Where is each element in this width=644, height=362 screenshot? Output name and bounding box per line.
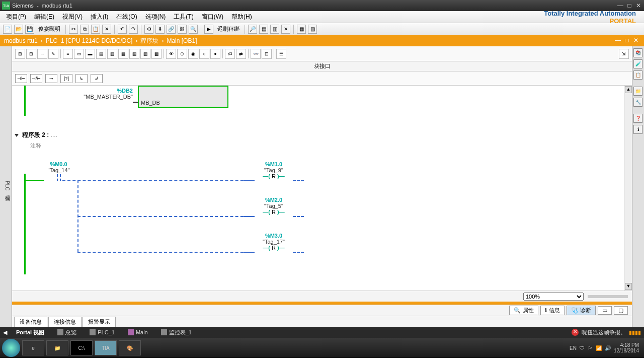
rail-tools-icon[interactable]: 🔧: [633, 98, 642, 107]
menu-tools[interactable]: 工具(T): [171, 12, 196, 22]
taskbar-cmd-icon[interactable]: C:\: [70, 340, 93, 355]
network-collapse-icon[interactable]: [15, 134, 19, 137]
error-icon[interactable]: ✕: [572, 329, 579, 336]
tray-network-icon[interactable]: 📶: [596, 345, 602, 351]
undo-icon[interactable]: ↶: [118, 25, 127, 34]
tab-device-info[interactable]: 设备信息: [14, 317, 47, 327]
coil-tag5[interactable]: %M2.0 "Tag_5" —( R )—: [254, 197, 294, 215]
format4-icon[interactable]: ▥: [107, 49, 117, 59]
branch-close-icon[interactable]: ↲: [91, 74, 103, 83]
block-interface-header[interactable]: 块接口: [12, 61, 632, 71]
scroll-up-icon[interactable]: ▲: [625, 86, 632, 93]
glasses-icon[interactable]: 👓: [251, 49, 261, 59]
goto-icon[interactable]: →: [37, 49, 47, 59]
no-contact-icon[interactable]: ⊣⊢: [15, 74, 27, 83]
taskbar-tia-icon[interactable]: TIA: [95, 340, 117, 355]
box-icon[interactable]: [?]: [60, 74, 72, 83]
taskbar-explorer-icon[interactable]: 📁: [46, 340, 68, 355]
breadcrumb-2[interactable]: PLC_1 [CPU 1214C DC/DC/DC]: [46, 37, 133, 44]
go-offline-icon[interactable]: ⛓: [178, 25, 187, 34]
menu-insert[interactable]: 插入(I): [88, 12, 111, 22]
split-h-icon[interactable]: ▤: [259, 25, 268, 34]
info-button[interactable]: ℹ信息: [540, 306, 565, 315]
menu-help[interactable]: 帮助(H): [228, 12, 255, 22]
extra-icon[interactable]: ☰: [276, 49, 286, 59]
scroll-down-icon[interactable]: ▼: [625, 283, 632, 290]
close-button[interactable]: ✕: [635, 2, 642, 9]
network-comment[interactable]: 注释: [30, 142, 41, 150]
toolbar-text-2[interactable]: 迟剧秤绑: [215, 25, 242, 33]
cross-ref-icon[interactable]: 🔎: [248, 25, 257, 34]
rail-info-icon[interactable]: ℹ: [633, 125, 642, 134]
maximize-button[interactable]: □: [626, 2, 633, 9]
view2-icon[interactable]: ▧: [308, 25, 317, 34]
breadcrumb-4[interactable]: Main [OB1]: [167, 37, 197, 44]
toolbar-text-1[interactable]: 俊宴颐明: [36, 25, 62, 33]
breadcrumb-1[interactable]: modbus rtu1: [4, 37, 38, 44]
split-v-icon[interactable]: ▥: [270, 25, 279, 34]
format1-icon[interactable]: ▭: [74, 49, 84, 59]
download-icon[interactable]: ⬇: [155, 25, 165, 34]
monitor5-icon[interactable]: ●: [210, 49, 220, 59]
delete-icon[interactable]: ✕: [102, 25, 111, 34]
format5-icon[interactable]: ▦: [118, 49, 128, 59]
properties-button[interactable]: 🔍属性: [509, 306, 538, 315]
copy-icon[interactable]: ⧉: [80, 25, 89, 34]
open-icon[interactable]: 📂: [14, 25, 23, 34]
rail-test-icon[interactable]: 🧪: [633, 59, 642, 68]
format3-icon[interactable]: ▤: [96, 49, 106, 59]
ref-icon[interactable]: ⇄: [236, 49, 246, 59]
insert-network-icon[interactable]: ⊞: [15, 49, 25, 59]
new-project-icon[interactable]: 📄: [3, 25, 12, 34]
rail-instructions-icon[interactable]: 📚: [633, 48, 642, 57]
editor-close-icon[interactable]: ✕: [632, 37, 640, 45]
coil-icon[interactable]: ⊸: [45, 74, 57, 83]
compile-icon[interactable]: ⚙: [144, 25, 153, 34]
ladder-canvas[interactable]: %DB2 "MB_MASTER_DB" MB_DB 程序段 2 : .... 注…: [12, 86, 632, 291]
search-icon[interactable]: 🔍: [189, 25, 198, 34]
panel-max-icon[interactable]: ▢: [614, 306, 628, 315]
tray-shield-icon[interactable]: 🛡: [580, 345, 585, 351]
branch-open-icon[interactable]: ↳: [75, 74, 88, 83]
menu-window[interactable]: 窗口(W): [199, 12, 226, 22]
contact-tag14[interactable]: %M0.0 "Tag_14": [42, 161, 75, 181]
menu-options[interactable]: 选项(N): [142, 12, 169, 22]
cut-icon[interactable]: ✂: [69, 25, 78, 34]
monitor2-icon[interactable]: ⊙: [177, 49, 187, 59]
rail-help-icon[interactable]: ❓: [633, 114, 642, 123]
close-editor-icon[interactable]: ✕: [281, 25, 290, 34]
coil-tag9[interactable]: %M1.0 "Tag_9" —( R )—: [254, 161, 294, 179]
format7-icon[interactable]: ▨: [140, 49, 150, 59]
tray-date[interactable]: 12/18/2014: [614, 348, 639, 353]
monitor4-icon[interactable]: ○: [199, 49, 209, 59]
portal-view-button[interactable]: Portal 视图: [12, 328, 48, 337]
panel-min-icon[interactable]: ▭: [598, 306, 612, 315]
monitor-icon[interactable]: 👁: [166, 49, 176, 59]
menu-view[interactable]: 视图(V): [59, 12, 86, 22]
tray-time[interactable]: 4:18 PM: [614, 342, 639, 348]
portal-watch-tab[interactable]: 监控表_1: [157, 328, 196, 337]
tab-alarm-display[interactable]: 报警显示: [83, 317, 116, 327]
zoom-slider[interactable]: [588, 295, 628, 298]
function-block[interactable]: MB_DB: [138, 86, 228, 108]
zoom-select[interactable]: 100%: [523, 293, 584, 301]
editor-maximize-icon[interactable]: □: [623, 37, 631, 45]
delete-network-icon[interactable]: ⊟: [26, 49, 36, 59]
format8-icon[interactable]: ▩: [151, 49, 162, 59]
start-button[interactable]: [2, 339, 20, 357]
editor-minimize-icon[interactable]: —: [614, 37, 622, 45]
portal-plc-tab[interactable]: PLC_1: [86, 328, 119, 336]
portal-overview-tab[interactable]: 总览: [53, 328, 80, 337]
view1-icon[interactable]: ▦: [297, 25, 306, 34]
tray-flag-icon[interactable]: 🏳: [588, 345, 593, 351]
menu-project[interactable]: 项目(P): [3, 12, 29, 22]
tab-connection-info[interactable]: 连接信息: [48, 317, 82, 327]
minimize-button[interactable]: —: [617, 2, 624, 9]
taskbar-ie-icon[interactable]: e: [22, 340, 44, 355]
nc-contact-icon[interactable]: ⊣/⊢: [30, 74, 42, 83]
monitor3-icon[interactable]: ◉: [188, 49, 198, 59]
format2-icon[interactable]: ▬: [85, 49, 95, 59]
menu-online[interactable]: 在线(O): [113, 12, 140, 22]
coil-tag17[interactable]: %M3.0 "Tag_17" —( R )—: [254, 233, 294, 251]
expand-panel-icon[interactable]: ⇲: [619, 49, 629, 59]
